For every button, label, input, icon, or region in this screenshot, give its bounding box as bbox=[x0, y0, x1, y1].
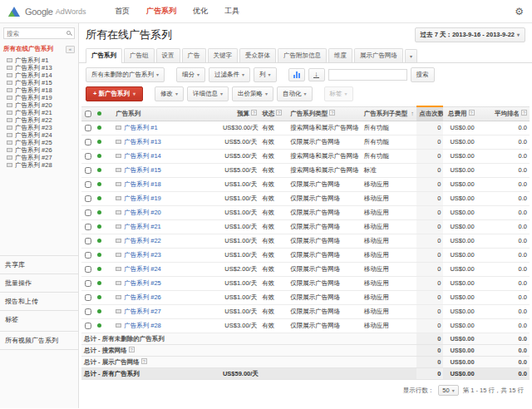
row-checkbox[interactable] bbox=[85, 209, 91, 216]
status-dot-icon[interactable] bbox=[97, 168, 101, 172]
sidebar-item-campaign[interactable]: 广告系列 #20 bbox=[5, 101, 78, 109]
tab-7[interactable]: 广告附加信息 bbox=[278, 48, 327, 62]
budget-cell[interactable]: US$30.00/天 bbox=[220, 121, 259, 136]
edit-button[interactable]: 修改 bbox=[155, 86, 184, 101]
budget-cell[interactable]: US$5.00/天 bbox=[220, 150, 259, 164]
col-subtype[interactable]: 广告系列子类型 bbox=[362, 106, 408, 121]
chart-icon[interactable] bbox=[288, 68, 305, 81]
sidebar-item-campaign[interactable]: 广告系列 #24 bbox=[5, 131, 78, 139]
campaign-link[interactable]: 广告系列 #15 bbox=[124, 166, 161, 174]
status-dot-icon[interactable] bbox=[97, 154, 101, 158]
tab-9[interactable]: 展示广告网络 bbox=[354, 48, 403, 62]
tab-more-dropdown[interactable]: ▾ bbox=[405, 49, 417, 62]
help-icon[interactable]: ? bbox=[129, 347, 135, 352]
col-status[interactable]: 状态? bbox=[259, 106, 288, 121]
status-dot-icon[interactable] bbox=[97, 182, 101, 186]
sidebar-item-campaign[interactable]: 广告系列 #1 bbox=[5, 57, 78, 64]
budget-cell[interactable]: US$2.00/天 bbox=[220, 263, 259, 277]
sidebar-collapse-icon[interactable]: « bbox=[66, 46, 75, 53]
sidebar-item-campaign[interactable]: 广告系列 #21 bbox=[5, 109, 78, 116]
row-checkbox[interactable] bbox=[85, 195, 91, 202]
sidebar-section[interactable]: 批量操作 bbox=[0, 273, 78, 292]
sidebar-item-campaign[interactable]: 广告系列 #15 bbox=[5, 79, 78, 86]
sidebar-section-video-campaigns[interactable]: 所有视频广告系列 bbox=[0, 331, 78, 350]
sidebar-item-campaign[interactable]: 广告系列 #14 bbox=[5, 71, 78, 79]
campaign-link[interactable]: 广告系列 #18 bbox=[124, 180, 161, 188]
filter-button[interactable]: 过滤条件 bbox=[209, 67, 250, 82]
nav-item[interactable]: 工具 bbox=[224, 6, 239, 17]
row-checkbox[interactable] bbox=[85, 280, 91, 287]
budget-cell[interactable]: US$1.00/天 bbox=[220, 192, 259, 206]
col-clicks[interactable]: 点击次数? bbox=[416, 106, 443, 121]
nav-item[interactable]: 首页 bbox=[115, 6, 130, 17]
help-icon[interactable]: ? bbox=[521, 110, 527, 116]
campaign-link[interactable]: 广告系列 #27 bbox=[124, 308, 161, 315]
download-icon[interactable]: ↓ bbox=[308, 68, 325, 81]
sidebar-item-campaign[interactable]: 广告系列 #23 bbox=[5, 124, 78, 131]
sidebar-section[interactable]: 共享库 bbox=[0, 255, 78, 273]
campaign-link[interactable]: 广告系列 #24 bbox=[124, 265, 161, 273]
row-checkbox[interactable] bbox=[85, 294, 91, 301]
sidebar-item-campaign[interactable]: 广告系列 #19 bbox=[5, 94, 78, 101]
sidebar-all-campaigns-link[interactable]: 所有在线广告系列 bbox=[3, 45, 53, 53]
table-search-button[interactable]: 搜索 bbox=[411, 67, 435, 82]
sidebar-section[interactable]: 标签 bbox=[0, 310, 78, 328]
row-checkbox[interactable] bbox=[85, 323, 91, 329]
campaign-link[interactable]: 广告系列 #1 bbox=[124, 124, 157, 131]
gear-icon[interactable]: ⚙ bbox=[515, 6, 524, 17]
budget-cell[interactable]: US$1.00/天 bbox=[220, 206, 259, 220]
details-button[interactable]: 详细信息 bbox=[187, 86, 229, 101]
nav-item[interactable]: 广告系列 bbox=[146, 6, 176, 17]
help-icon[interactable]: ? bbox=[251, 110, 257, 116]
budget-cell[interactable]: US$1.00/天 bbox=[220, 291, 259, 305]
sidebar-item-campaign[interactable]: 广告系列 #28 bbox=[5, 161, 78, 169]
row-checkbox[interactable] bbox=[85, 167, 91, 174]
sidebar-item-campaign[interactable]: 广告系列 #27 bbox=[5, 154, 78, 161]
budget-cell[interactable]: US$1.00/天 bbox=[220, 234, 259, 249]
status-dot-icon[interactable] bbox=[97, 126, 101, 130]
sidebar-section[interactable]: 报告和上传 bbox=[0, 292, 78, 310]
help-icon[interactable]: ? bbox=[469, 110, 475, 116]
status-dot-icon[interactable] bbox=[97, 140, 101, 144]
segment-button[interactable]: 细分 bbox=[176, 67, 205, 82]
campaign-link[interactable]: 广告系列 #28 bbox=[124, 322, 161, 329]
col-budget[interactable]: 预算? bbox=[220, 106, 259, 121]
tab-8[interactable]: 维度 bbox=[328, 48, 352, 62]
row-checkbox[interactable] bbox=[85, 139, 91, 145]
status-dot-icon[interactable] bbox=[97, 196, 101, 200]
sidebar-item-campaign[interactable]: 广告系列 #25 bbox=[5, 139, 78, 146]
help-icon[interactable]: ? bbox=[329, 110, 335, 116]
budget-cell[interactable]: US$1.00/天 bbox=[220, 220, 259, 234]
budget-cell[interactable]: US$1.00/天 bbox=[220, 305, 259, 319]
tab-1[interactable]: 广告系列 bbox=[86, 48, 122, 63]
bid-strategy-button[interactable]: 出价策略 bbox=[232, 86, 273, 101]
campaign-link[interactable]: 广告系列 #14 bbox=[124, 152, 161, 160]
campaign-link[interactable]: 广告系列 #20 bbox=[124, 209, 161, 216]
status-dot-icon[interactable] bbox=[97, 239, 101, 243]
tab-6[interactable]: 受众群体 bbox=[239, 48, 276, 62]
row-checkbox[interactable] bbox=[85, 224, 91, 230]
budget-cell[interactable]: US$1.00/天 bbox=[220, 178, 259, 192]
table-search-input[interactable] bbox=[328, 69, 407, 81]
sidebar-item-campaign[interactable]: 广告系列 #18 bbox=[5, 86, 78, 94]
row-checkbox[interactable] bbox=[85, 181, 91, 188]
row-checkbox[interactable] bbox=[85, 252, 91, 259]
new-campaign-button[interactable]: + 新广告系列 bbox=[86, 86, 143, 101]
date-range-button[interactable]: 过去 7 天：2013-9-16 - 2013-9-22▾ bbox=[415, 27, 525, 42]
col-avg-pos[interactable]: 平均排名? bbox=[477, 106, 530, 121]
adwords-logo[interactable]: Google AdWords bbox=[8, 7, 115, 17]
campaign-link[interactable]: 广告系列 #13 bbox=[124, 138, 161, 145]
row-checkbox[interactable] bbox=[85, 238, 91, 244]
status-dot-icon[interactable] bbox=[97, 295, 101, 299]
tab-2[interactable]: 广告组 bbox=[124, 48, 155, 62]
status-dot-icon[interactable] bbox=[97, 210, 101, 214]
row-checkbox[interactable] bbox=[85, 125, 91, 131]
nav-item[interactable]: 优化 bbox=[193, 6, 208, 17]
col-cost[interactable]: 总费用? bbox=[443, 106, 476, 121]
tab-4[interactable]: 广告 bbox=[182, 48, 206, 62]
status-dot-icon[interactable] bbox=[97, 323, 101, 328]
campaign-link[interactable]: 广告系列 #22 bbox=[124, 237, 161, 244]
campaign-link[interactable]: 广告系列 #25 bbox=[124, 279, 161, 287]
budget-cell[interactable]: US$3.00/天 bbox=[220, 319, 259, 333]
status-dot-icon[interactable] bbox=[97, 267, 101, 271]
